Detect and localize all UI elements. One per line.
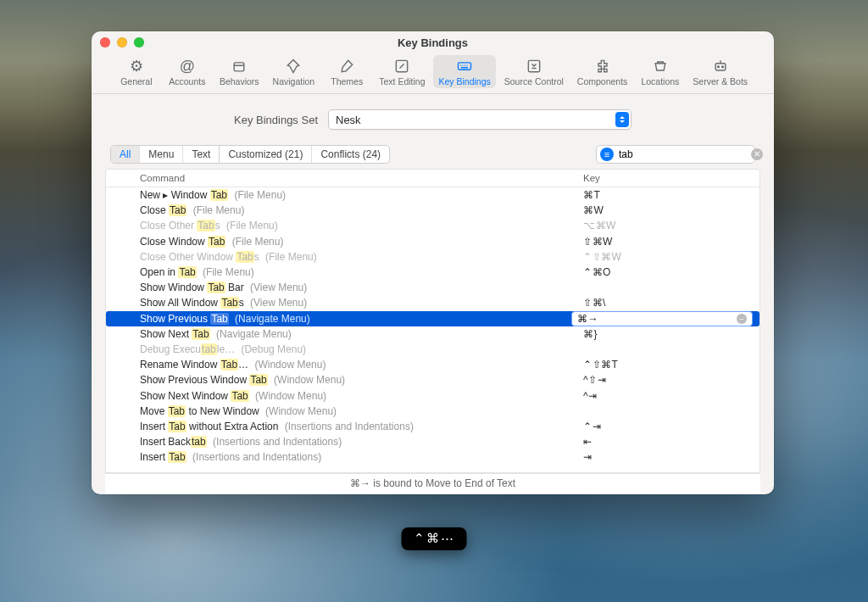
desktop-wallpaper: Key Bindings ⚙︎ General @ Accounts Behav…	[0, 0, 868, 602]
tab-components[interactable]: Components	[572, 55, 633, 88]
key-cell[interactable]: ^⇧⇥	[583, 374, 753, 386]
table-row[interactable]: Close Window Tab (File Menu)⇧⌘W	[106, 234, 760, 249]
command-cell: New ▸ Window Tab (File Menu)	[140, 189, 583, 201]
table-row[interactable]: Insert Tab (Insertions and Indentations)…	[106, 449, 760, 465]
preferences-window: Key Bindings ⚙︎ General @ Accounts Behav…	[92, 31, 774, 494]
status-footer: ⌘→ is bound to Move to End of Text	[105, 473, 760, 494]
window-traffic-lights	[100, 37, 144, 47]
shortcut-hud: ⌃⌘⋯	[402, 527, 467, 550]
zoom-window-button[interactable]	[134, 37, 144, 47]
command-cell: Show Next Window Tab (Window Menu)	[140, 390, 583, 402]
table-row[interactable]: Rename Window Tab… (Window Menu)⌃⇧⌘T	[106, 357, 760, 372]
table-body[interactable]: New ▸ Window Tab (File Menu)⌘TClose Tab …	[106, 187, 760, 471]
navigation-icon	[285, 58, 302, 75]
scope-conflicts[interactable]: Conflicts (24)	[311, 146, 389, 163]
scope-customized[interactable]: Customized (21)	[220, 146, 311, 163]
key-cell[interactable]: ⌃⇥	[583, 421, 753, 432]
scope-text[interactable]: Text	[182, 146, 219, 163]
svg-rect-0	[234, 63, 244, 71]
key-cell[interactable]: ⇤	[583, 436, 753, 448]
source-control-icon	[526, 58, 542, 75]
command-cell: Close Tab (File Menu)	[140, 204, 583, 216]
table-row[interactable]: Insert Tab without Extra Action (Inserti…	[106, 419, 760, 434]
key-cell[interactable]: ^⇥	[583, 390, 753, 402]
table-row[interactable]: Close Tab (File Menu)⌘W	[106, 203, 760, 218]
bindings-table: Command Key New ▸ Window Tab (File Menu)…	[105, 169, 760, 473]
key-cell[interactable]: ⇧⌘W	[583, 236, 753, 248]
remove-binding-icon[interactable]: –	[737, 314, 747, 324]
table-row[interactable]: New ▸ Window Tab (File Menu)⌘T	[106, 187, 760, 203]
key-cell[interactable]: ⇥	[583, 451, 753, 463]
svg-rect-4	[715, 64, 726, 70]
scope-menu[interactable]: Menu	[139, 146, 182, 163]
key-bindings-set-value: Nesk	[336, 114, 361, 126]
search-scope-icon[interactable]: ≡	[600, 148, 614, 161]
command-cell: Show Previous Tab (Navigate Menu)	[140, 313, 571, 325]
svg-rect-2	[459, 63, 471, 70]
column-command[interactable]: Command	[140, 173, 583, 183]
key-bindings-set-popup[interactable]: Nesk	[328, 109, 632, 130]
key-cell[interactable]: ⌥⌘W	[583, 220, 753, 231]
command-cell: Show Previous Window Tab (Window Menu)	[140, 374, 583, 386]
tab-locations-label: Locations	[641, 76, 679, 86]
tab-server-bots[interactable]: Server & Bots	[687, 55, 753, 88]
table-row[interactable]: Show Next Tab (Navigate Menu)⌘}	[106, 326, 760, 342]
table-row[interactable]: Show Window Tab Bar (View Menu)	[106, 280, 760, 295]
command-cell: Show Next Tab (Navigate Menu)	[140, 328, 583, 340]
key-cell[interactable]: ⌃⇧⌘W	[583, 251, 753, 263]
table-row[interactable]: Show All Window Tabs (View Menu)⇧⌘\	[106, 295, 760, 310]
tab-locations[interactable]: Locations	[636, 55, 684, 88]
table-row[interactable]: Open in Tab (File Menu)⌃⌘O	[106, 265, 760, 280]
svg-point-5	[717, 66, 719, 68]
close-window-button[interactable]	[100, 37, 110, 47]
tab-source-control[interactable]: Source Control	[499, 55, 569, 88]
command-cell: Rename Window Tab… (Window Menu)	[140, 359, 583, 371]
behaviors-icon	[231, 58, 248, 75]
command-cell: Show Window Tab Bar (View Menu)	[140, 281, 583, 293]
preferences-toolbar: ⚙︎ General @ Accounts Behaviors Navigati…	[92, 53, 774, 94]
table-header: Command Key	[106, 170, 760, 187]
key-cell[interactable]: ⌃⌘O	[583, 266, 753, 278]
key-cell[interactable]: ⌃⇧⌘T	[583, 359, 753, 371]
tab-text-editing[interactable]: Text Editing	[374, 55, 430, 88]
keyboard-icon	[456, 58, 473, 75]
key-cell[interactable]: ⌘T	[583, 189, 753, 201]
table-row[interactable]: Show Previous Window Tab (Window Menu)^⇧…	[106, 372, 760, 387]
table-row[interactable]: Insert Backtab (Insertions and Indentati…	[106, 434, 760, 449]
search-input[interactable]	[614, 148, 751, 160]
brush-icon	[338, 58, 355, 75]
window-title: Key Bindings	[398, 36, 468, 49]
tab-source-control-label: Source Control	[504, 76, 564, 86]
tab-general[interactable]: ⚙︎ General	[113, 55, 160, 88]
tab-general-label: General	[120, 76, 152, 86]
key-cell[interactable]: ⌘W	[583, 204, 753, 216]
table-row[interactable]: Close Other Window Tabs (File Menu)⌃⇧⌘W	[106, 249, 760, 265]
command-cell: Move Tab to New Window (Window Menu)	[140, 405, 583, 417]
tab-behaviors[interactable]: Behaviors	[214, 55, 264, 88]
key-cell[interactable]: ⇧⌘\	[583, 297, 753, 309]
tab-key-bindings[interactable]: Key Bindings	[433, 55, 495, 88]
key-bindings-set-row: Key Bindings Set Nesk	[92, 94, 774, 142]
table-row[interactable]: Close Other Tabs (File Menu)⌥⌘W	[106, 218, 760, 233]
clear-search-icon[interactable]: ✕	[751, 148, 763, 160]
pencil-square-icon	[393, 58, 410, 75]
tab-components-label: Components	[577, 76, 628, 86]
tab-navigation[interactable]: Navigation	[268, 55, 320, 88]
table-row[interactable]: Move Tab to New Window (Window Menu)	[106, 404, 760, 419]
key-cell[interactable]: ⌘}	[583, 328, 753, 340]
tab-themes[interactable]: Themes	[323, 55, 370, 88]
table-row[interactable]: Debug Executable… (Debug Menu)	[106, 342, 760, 357]
command-cell: Insert Tab without Extra Action (Inserti…	[140, 421, 583, 432]
tab-accounts[interactable]: @ Accounts	[164, 55, 211, 88]
key-bindings-set-label: Key Bindings Set	[234, 114, 318, 126]
key-cell[interactable]: ⌘→–	[571, 311, 753, 326]
scope-all[interactable]: All	[111, 146, 139, 163]
table-row[interactable]: Show Next Window Tab (Window Menu)^⇥	[106, 387, 760, 403]
robot-icon	[712, 58, 729, 75]
column-key[interactable]: Key	[583, 173, 753, 183]
tab-key-bindings-label: Key Bindings	[438, 76, 490, 86]
minimize-window-button[interactable]	[117, 37, 127, 47]
command-cell: Close Other Tabs (File Menu)	[140, 220, 583, 231]
table-row[interactable]: Show Previous Tab (Navigate Menu)⌘→–	[106, 311, 760, 326]
at-icon: @	[179, 58, 196, 75]
